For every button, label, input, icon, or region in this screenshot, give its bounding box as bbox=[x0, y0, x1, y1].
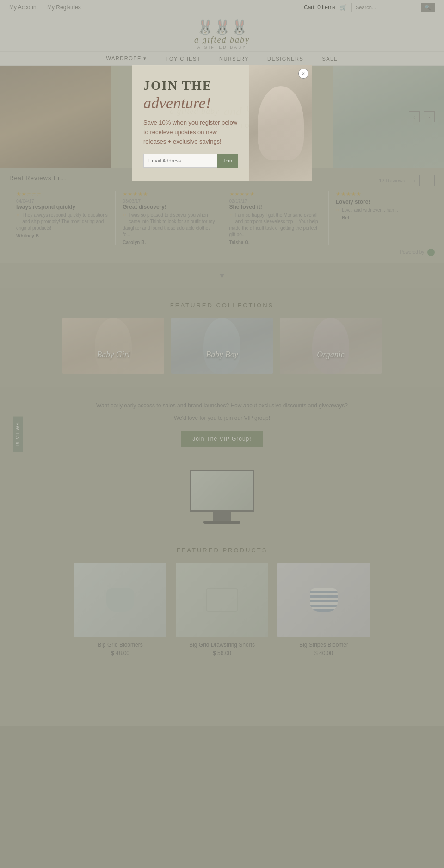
modal-form: Join bbox=[143, 154, 238, 168]
modal-join-text: JOIN THE bbox=[143, 79, 238, 93]
modal-content: JOIN THE adventure! Save 10% when you re… bbox=[132, 65, 249, 181]
modal-close-button[interactable]: × bbox=[298, 69, 308, 79]
modal-baby-figure bbox=[258, 86, 304, 160]
modal-email-input[interactable] bbox=[143, 154, 217, 168]
modal-adventure-text: adventure! bbox=[143, 95, 238, 111]
modal-save-text: Save 10% when you register below to rece… bbox=[143, 118, 238, 147]
modal-overlay: JOIN THE adventure! Save 10% when you re… bbox=[0, 0, 444, 868]
modal-dialog: JOIN THE adventure! Save 10% when you re… bbox=[132, 65, 312, 181]
modal-submit-button[interactable]: Join bbox=[217, 154, 238, 168]
modal-baby-image bbox=[249, 65, 312, 181]
